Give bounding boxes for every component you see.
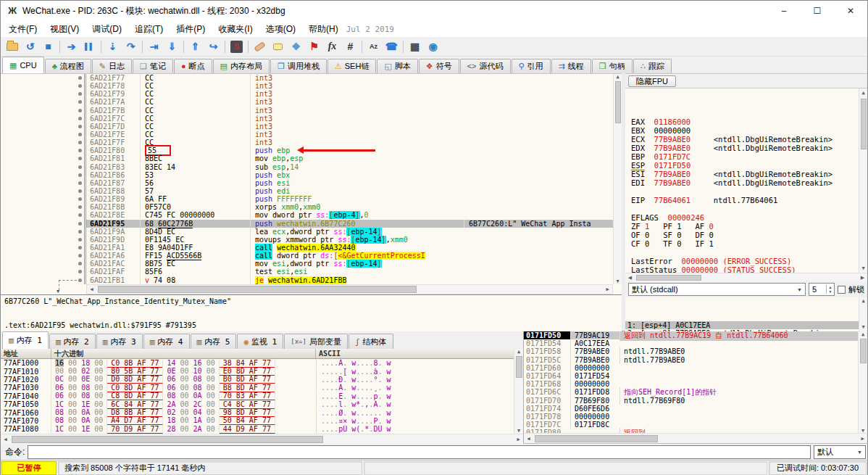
stack-row[interactable]: 0171FD6000000000 [524,364,858,372]
disasm-row[interactable]: 6AD21FB1v 74 08je wechatwin.6AD21FBB [1,276,613,284]
register-line[interactable]: ESI 77B9ABE0 <ntdll.DbgUiRemoteBreakin> [631,170,867,178]
command-input[interactable] [28,445,811,459]
dump-header-ascii[interactable]: ASCII [316,349,523,358]
strings-button[interactable]: Aᴢ [364,38,383,55]
register-line[interactable]: ZF 1 PF 1 AF 0 [631,222,867,231]
stop-button[interactable]: ■ [39,38,57,55]
step-out-button[interactable]: ⇓ [163,38,181,55]
args-vscrollbar[interactable]: ▲ ▼ [859,297,867,331]
disasm-row[interactable]: 6AD21F7DCCint3 [1,123,613,131]
tab-调用堆栈[interactable]: ❐调用堆栈 [270,59,327,73]
minimize-button[interactable]: – [767,1,801,21]
menu-item-f[interactable]: 文件(F) [2,22,43,36]
stack-row[interactable]: 0171FD5077B9AC19返回到 ntdll.77B9AC19 自 ntd… [524,331,858,339]
disassembly-hscrollbar[interactable]: ◀ ▶ [86,284,613,294]
tab-流程图[interactable]: ♣流程图 [45,59,91,73]
tab-内存布局[interactable]: ▤内存布局 [213,59,270,73]
close-button[interactable]: ✕ [834,1,867,21]
scroll-up-icon[interactable]: ▲ [859,331,868,337]
run-to-user-code-button[interactable]: ⇥ [145,38,163,55]
globe-button[interactable]: ◉ [424,38,442,55]
register-line[interactable]: ECX 77B9ABE0 <ntdll.DbgUiRemoteBreakin> [631,135,867,144]
disasm-row[interactable]: 6AD21F7CCCint3 [1,115,613,123]
dump-header-hex[interactable]: 十六进制 [51,349,316,358]
register-line[interactable]: EDI 77B9ABE0 <ntdll.DbgUiRemoteBreakin> [631,178,867,187]
disasm-row[interactable]: 6AD21F9568 60C2776Bpush wechatwin.6B77C2… [1,220,613,228]
tab-断点[interactable]: ●断点 [174,59,212,73]
register-line[interactable] [631,248,867,257]
run-button[interactable]: ➔ [62,38,80,55]
patch-button[interactable] [251,38,269,55]
stack-row[interactable]: 0171FD74D60FE6D6 [524,405,858,413]
calculator-button[interactable]: ▦ [406,38,424,55]
tab-脚本[interactable]: ◱脚本 [377,59,417,73]
scroll-up-icon[interactable]: ▲ [859,297,867,305]
register-line[interactable]: LastStatus 00000000 (STATUS_SUCCESS) [631,265,867,273]
tab-线程[interactable]: ⇉线程 [551,59,591,73]
menu-item-o[interactable]: 选项(O) [259,22,302,36]
stack-row[interactable]: 0171FD5877B9ABE0ntdll.77B9ABE0 [524,347,858,355]
register-line[interactable]: EBX 00000000 [631,126,867,135]
disasm-row[interactable]: 6AD21FA1E8 9A04D1FFcall wechatwin.6AA324… [1,244,613,252]
dump-tab-局部变量[interactable]: [x=]局部变量 [284,334,348,349]
registers-hscrollbar[interactable]: ◀ ▶ [625,273,867,281]
scroll-down-icon[interactable]: ▼ [514,428,524,434]
scroll-right-icon[interactable]: ▶ [858,275,867,281]
dump-tab-内存4[interactable]: ▥内存 4 [143,334,190,349]
menu-item-v[interactable]: 视图(V) [43,22,85,36]
disasm-row[interactable]: 6AD21F7BCCint3 [1,107,613,115]
stack-arg-row[interactable]: 1: [esp+4] A0C17EEA [625,321,867,329]
settings-s-button[interactable]: S [228,38,246,55]
disasm-row[interactable]: 6AD21F8B0F57C0xorps xmm0,xmm0 [1,203,613,211]
scroll-down-icon[interactable]: ▼ [613,278,622,284]
disasm-row[interactable]: 6AD21F8756push esi [1,179,613,187]
unlock-checkbox[interactable] [838,286,846,294]
menu-item-d[interactable]: 调试(D) [85,22,128,36]
tab-引用[interactable]: ⚲引用 [512,59,551,73]
label-button[interactable]: ❖ [287,38,305,55]
dump-hscrollbar[interactable]: ◀ ▶ [1,434,523,444]
spinner-down-icon[interactable]: ▼ [827,289,834,294]
open-file-button[interactable] [3,38,21,55]
dump-row[interactable]: 77AF100016 00 18 00C0 8B AF 7714 00 16 0… [1,359,523,367]
disasm-row[interactable]: 6AD21F7ACCint3 [1,98,613,106]
dump-vscrollbar[interactable]: ▲ ▼ [514,349,523,434]
dump-row[interactable]: 77AF10801C 00 1E 0070 D9 AF 7728 00 2A 0… [1,425,523,433]
scroll-left-icon[interactable]: ◀ [87,286,96,292]
dump-row[interactable]: 77AF103006 00 08 00C0 8D AF 7706 00 08 0… [1,384,523,392]
comment-button[interactable] [269,38,287,55]
calling-convention-select[interactable]: 默认 (stdcall) ▼ [628,283,806,296]
disasm-row[interactable]: 6AD21F79CCint3 [1,90,613,98]
register-line[interactable]: LastError 00000000 (ERROR_SUCCESS) [631,257,867,265]
disassembly-vscrollbar[interactable]: ▲ ▼ [613,74,622,284]
scroll-up-icon[interactable]: ▲ [514,349,524,355]
disasm-row[interactable]: 6AD21F8857push edi [1,187,613,195]
scroll-left-icon[interactable]: ◀ [1,437,10,442]
menu-item-i[interactable]: 收藏夹(I) [212,22,259,36]
disasm-row[interactable]: 6AD21FA6FF15 ACD5566Bcall dword ptr ds:[… [1,252,613,260]
disasm-row[interactable]: 6AD21F8653push ebx [1,171,613,179]
dump-tab-内存1[interactable]: ▥内存 1 [2,331,49,349]
step-over-button[interactable]: ↷ [122,38,140,55]
menu-item-t[interactable]: 追踪(T) [128,22,170,36]
stack-row[interactable]: 0171FD640171FD54 [524,372,858,380]
dump-tab-结构体[interactable]: ʃ结构体 [349,334,393,349]
hash-button[interactable]: # [341,38,359,55]
disasm-row[interactable]: 6AD21FAC8B75 ECmov esi,dword ptr ss:[ebp… [1,260,613,268]
stack-row[interactable]: 0171FD7077B69F80ntdll.77B69F80 [524,397,858,405]
tab-日志[interactable]: ✎日志 [92,59,132,73]
register-line[interactable]: CF 0 TF 0 IF 1 [631,239,867,248]
disasm-row[interactable]: 6AD21F896A FFpush FFFFFFFF [1,195,613,203]
dump-tab-内存5[interactable]: ▥内存 5 [191,334,237,349]
tab-符号[interactable]: ❖符号 [419,59,459,73]
stack-vscrollbar[interactable]: ▲ ▼ [858,331,867,434]
register-line[interactable]: EIP 77B64061 ntdll.77B64061 [631,196,867,205]
disasm-row[interactable]: 6AD21FAF85F6test esi,esi [1,268,613,276]
register-line[interactable]: EDX 77B9ABE0 <ntdll.DbgUiRemoteBreakin> [631,144,867,152]
menu-item-p[interactable]: 插件(P) [170,22,212,36]
stack-row[interactable]: 0171FD7800000000 [524,413,858,421]
scroll-right-icon[interactable]: ▶ [514,437,523,442]
scroll-right-icon[interactable]: ▶ [603,286,612,292]
disasm-row[interactable]: 6AD21F7FCCint3 [1,139,613,146]
disasm-row[interactable]: 6AD21F818BECmov ebp,esp [1,154,613,162]
